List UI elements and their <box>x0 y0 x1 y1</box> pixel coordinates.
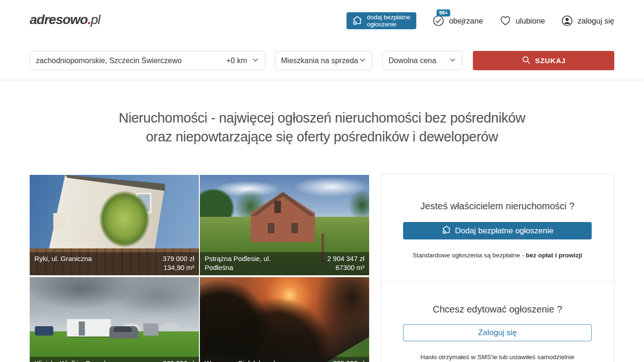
viewed-label: obejrzane <box>449 16 483 25</box>
add-listing-label: dodaj bezpłatne ogłoszenie <box>367 14 410 28</box>
photo-shape <box>143 323 158 336</box>
chevron-down-icon <box>449 56 456 66</box>
page-title: Nieruchomości - najwięcej ogłoszeń nieru… <box>0 108 644 146</box>
sidebar-login-button[interactable]: Zaloguj się <box>403 324 592 341</box>
photo-shape <box>268 223 274 233</box>
listing-area: 134,90 m² <box>164 264 194 272</box>
search-icon <box>521 55 531 66</box>
category-select[interactable]: Mieszkania na sprzeda <box>275 51 372 70</box>
listing-price-area: 379 000 zł 134,90 m² <box>163 255 194 272</box>
listing-price: 369 000 zł <box>163 360 194 362</box>
site-logo[interactable]: adresowo.pl <box>30 12 100 27</box>
listing-price: 379 000 zł <box>163 255 194 263</box>
header-actions: dodaj bezpłatne ogłoszenie 99+ obejrzane… <box>347 12 614 30</box>
photo-shape <box>291 223 298 233</box>
listing-card[interactable]: Pstrążna Podlesie, ul. Podleśna 2 904 34… <box>200 175 369 275</box>
category-value: Mieszkania na sprzeda <box>281 57 358 65</box>
photo-shape <box>274 201 281 213</box>
photo-shape <box>200 277 369 362</box>
price-select[interactable]: Dowolna cena <box>382 51 462 70</box>
sidebar-add-listing-label: Dodaj bezpłatne ogłoszenie <box>455 226 553 236</box>
photo-shape <box>79 321 85 336</box>
house-plus-icon <box>441 224 452 237</box>
chevron-down-icon <box>252 56 259 66</box>
owner-heading: Jesteś właścicielem nieruchomości ? <box>381 174 614 212</box>
location-value: zachodniopomorskie, Szczecin Świerczewo <box>36 57 182 65</box>
listing-location: Ryki, ul. Graniczna <box>34 255 92 272</box>
listing-location: Kliniska Wielkie, Pogodna <box>34 359 113 362</box>
add-listing-button[interactable]: dodaj bezpłatne ogłoszenie <box>347 12 416 29</box>
password-note: Hasło otrzymałeś w SMS'ie lub ustawiłeś … <box>381 354 614 361</box>
listing-area: 67300 m² <box>336 264 364 272</box>
topbar: adresowo.pl dodaj bezpłatne ogłoszenie <box>0 0 644 80</box>
logo-tld-text: pl <box>91 12 100 27</box>
heart-icon <box>499 15 512 27</box>
login-button[interactable]: zaloguj się <box>561 15 614 27</box>
chevron-down-icon <box>359 56 366 66</box>
location-input[interactable]: zachodniopomorskie, Szczecin Świerczewo … <box>30 51 265 70</box>
favorites-label: ulubione <box>516 16 545 25</box>
listing-card[interactable]: Warszawa Białołęka, ul. 735 000 zł <box>200 277 369 362</box>
listing-price-area: 735 000 zł <box>333 359 364 362</box>
search-bar: zachodniopomorskie, Szczecin Świerczewo … <box>30 51 614 70</box>
photo-shape <box>67 317 111 336</box>
free-listing-note: Standardowe ogłoszenia są bezpłatne - be… <box>381 252 614 259</box>
photo-shape <box>53 213 65 230</box>
listing-price: 735 000 zł <box>333 360 364 362</box>
check-circle-icon: 99+ <box>432 15 445 27</box>
login-label: zaloguj się <box>578 16 614 25</box>
listing-location: Warszawa Białołęka, ul. <box>205 359 277 362</box>
search-submit-label: SZUKAJ <box>535 57 566 65</box>
listing-caption: Warszawa Białołęka, ul. 735 000 zł <box>200 357 369 362</box>
viewed-button[interactable]: 99+ obejrzane <box>432 15 483 27</box>
listing-caption: Kliniska Wielkie, Pogodna 369 000 zł <box>30 357 199 362</box>
listings-grid: Ryki, ul. Graniczna 379 000 zł 134,90 m²… <box>30 175 369 362</box>
owner-panel: Jesteś właścicielem nieruchomości ? Doda… <box>380 173 614 362</box>
viewed-count-badge: 99+ <box>437 9 450 16</box>
user-circle-icon <box>561 15 573 27</box>
listing-card[interactable]: Kliniska Wielkie, Pogodna 369 000 zł <box>30 277 199 362</box>
listing-caption: Ryki, ul. Graniczna 379 000 zł 134,90 m² <box>30 252 199 275</box>
edit-heading: Chcesz edytować ogłoszenie ? <box>381 281 614 315</box>
logo-brand-text: adresowo <box>30 12 88 27</box>
house-plus-icon <box>352 15 363 27</box>
search-submit-button[interactable]: SZUKAJ <box>473 51 614 70</box>
price-value: Dowolna cena <box>388 57 436 65</box>
listing-location: Pstrążna Podlesie, ul. Podleśna <box>205 255 296 272</box>
photo-shape <box>114 327 132 332</box>
listing-price: 2 904 347 zł <box>327 255 364 263</box>
photo-shape <box>35 326 53 335</box>
sidebar-add-listing-button[interactable]: Dodaj bezpłatne ogłoszenie <box>403 222 592 239</box>
listing-card[interactable]: Ryki, ul. Graniczna 379 000 zł 134,90 m² <box>30 175 199 275</box>
listing-price-area: 369 000 zł <box>163 359 194 362</box>
listing-price-area: 2 904 347 zł 67300 m² <box>327 255 364 272</box>
listing-caption: Pstrążna Podlesie, ul. Podleśna 2 904 34… <box>200 252 369 275</box>
favorites-button[interactable]: ulubione <box>499 15 545 27</box>
radius-select[interactable]: +0 km <box>226 57 252 65</box>
